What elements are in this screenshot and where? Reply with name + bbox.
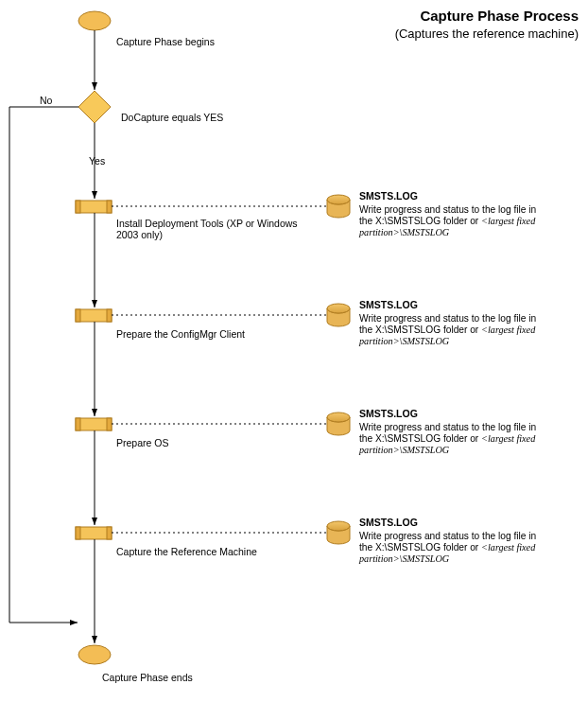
log-desc: Write progress and status to the log fil… (358, 313, 536, 346)
decision-yes: Yes (89, 155, 105, 167)
process-step-3: Prepare OS (76, 418, 168, 448)
svg-rect-11 (76, 418, 80, 430)
log-desc: Write progress and status to the log fil… (358, 204, 536, 237)
svg-rect-6 (76, 309, 112, 322)
svg-rect-10 (76, 418, 112, 430)
process-step-4: Capture the Reference Machine (76, 527, 257, 557)
log-name: SMSTS.LOG (359, 517, 418, 528)
svg-point-18 (78, 645, 111, 664)
log-name: SMSTS.LOG (359, 190, 418, 202)
edge-no (9, 107, 78, 623)
start-label: Capture Phase begins (116, 36, 215, 47)
svg-point-13 (327, 412, 350, 422)
step-label: Install Deployment Tools (XP or Windows2… (116, 218, 298, 240)
svg-rect-12 (107, 418, 112, 430)
svg-rect-8 (107, 309, 112, 322)
start-node: Capture Phase begins (78, 11, 215, 47)
step-label: Capture the Reference Machine (116, 546, 257, 557)
end-label: Capture Phase ends (102, 672, 193, 683)
log-cylinder (327, 521, 350, 544)
svg-point-0 (78, 11, 111, 30)
svg-rect-15 (76, 527, 80, 539)
svg-rect-4 (107, 201, 112, 213)
log-cylinder (327, 304, 350, 326)
log-cylinder (327, 195, 350, 218)
svg-rect-3 (76, 201, 80, 213)
svg-rect-16 (107, 527, 112, 539)
log-desc: Write progress and status to the log fil… (358, 531, 536, 564)
log-cylinder (327, 412, 350, 435)
page-subtitle: (Captures the reference machine) (395, 26, 579, 41)
decision-label: DoCapture equals YES (121, 112, 223, 123)
step-label: Prepare OS (116, 437, 168, 448)
end-node: Capture Phase ends (78, 645, 193, 683)
svg-point-9 (327, 304, 350, 313)
page-title: Capture Phase Process (420, 8, 579, 24)
decision-node: DoCapture equals YES (78, 91, 223, 123)
svg-point-17 (327, 521, 350, 531)
step-label: Prepare the ConfigMgr Client (116, 328, 245, 340)
svg-rect-2 (76, 201, 112, 213)
svg-marker-1 (78, 91, 111, 123)
log-name: SMSTS.LOG (359, 299, 418, 310)
log-desc: Write progress and status to the log fil… (358, 422, 536, 455)
process-step-2: Prepare the ConfigMgr Client (76, 309, 245, 340)
decision-no: No (40, 95, 53, 106)
svg-point-5 (327, 195, 350, 204)
svg-rect-7 (76, 309, 80, 322)
log-name: SMSTS.LOG (359, 408, 418, 419)
svg-rect-14 (76, 527, 112, 539)
